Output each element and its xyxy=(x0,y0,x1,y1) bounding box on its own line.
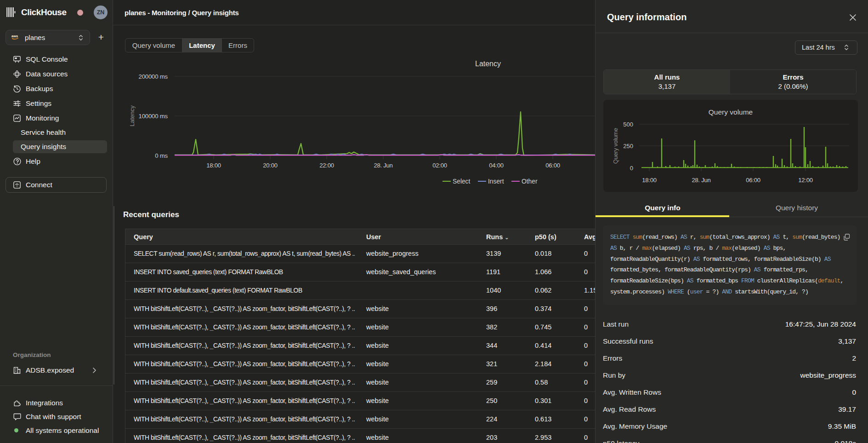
svg-text:aws: aws xyxy=(11,34,18,38)
